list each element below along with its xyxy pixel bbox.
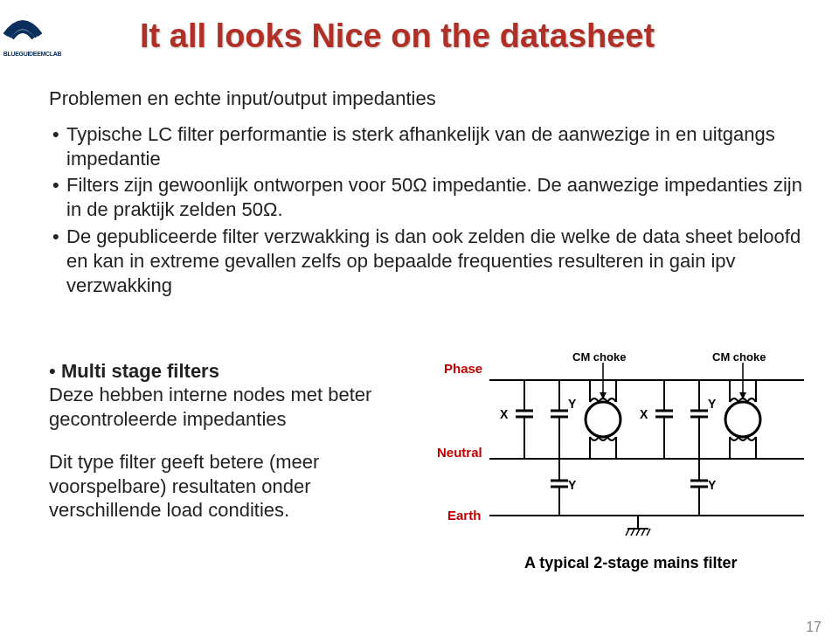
- svg-line-43: [626, 529, 629, 536]
- logo-text: BLUEGUIDEEMCLAB: [2, 51, 63, 57]
- label-earth: Earth: [447, 508, 481, 523]
- svg-point-14: [725, 402, 760, 437]
- label-y-cap: Y: [708, 478, 717, 492]
- bullet-item: De gepubliceerde filter verzwakking is d…: [52, 225, 809, 298]
- label-phase: Phase: [444, 361, 482, 376]
- page-number: 17: [806, 620, 822, 635]
- brand-logo: BLUEGUIDEEMCLAB: [2, 5, 63, 57]
- label-x-cap: X: [640, 407, 648, 421]
- label-cm-choke: CM choke: [712, 350, 766, 364]
- label-y-cap: Y: [568, 397, 577, 411]
- intro-text: Problemen en echte input/output impedant…: [49, 87, 809, 110]
- subsection-text: Deze hebben interne nodes met beter geco…: [49, 383, 425, 431]
- label-x-cap: X: [500, 407, 509, 421]
- svg-line-45: [636, 529, 640, 536]
- label-cm-choke: CM choke: [572, 350, 626, 364]
- circuit-diagram: Phase Neutral Earth CM choke CM choke X …: [437, 345, 822, 581]
- diagram-caption: A typical 2-stage mains filter: [524, 554, 737, 571]
- slide-title: It all looks Nice on the datasheet: [140, 17, 655, 55]
- label-neutral: Neutral: [437, 445, 482, 460]
- content-block: Problemen en echte input/output impedant…: [49, 87, 809, 300]
- svg-point-11: [586, 402, 621, 437]
- subsection-text: Dit type filter geeft betere (meer voors…: [49, 450, 425, 523]
- svg-marker-16: [739, 392, 746, 399]
- svg-line-47: [647, 529, 650, 536]
- svg-line-44: [631, 529, 634, 536]
- svg-line-46: [641, 529, 645, 536]
- subsection-block: Multi stage filters Deze hebben interne …: [49, 360, 425, 523]
- logo-arc-icon: [2, 5, 44, 47]
- bullet-list: Typische LC filter performantie is sterk…: [49, 122, 809, 298]
- label-y-cap: Y: [708, 397, 717, 411]
- svg-marker-13: [600, 392, 607, 399]
- label-y-cap: Y: [568, 478, 577, 492]
- subsection-heading-text: Multi stage filters: [61, 360, 219, 382]
- bullet-item: Filters zijn gewoonlijk ontworpen voor 5…: [52, 173, 809, 222]
- bullet-item: Typische LC filter performantie is sterk…: [52, 122, 809, 171]
- subsection-heading: Multi stage filters: [49, 360, 425, 383]
